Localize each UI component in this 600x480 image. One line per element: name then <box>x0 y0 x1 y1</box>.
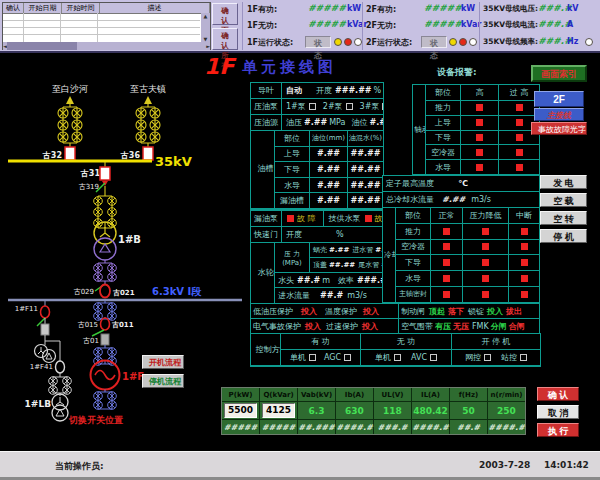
n-value: 250 <box>488 402 525 419</box>
bearing-vhigh-indicator <box>499 160 539 174</box>
breaker-1f41[interactable] <box>56 361 65 373</box>
cooling-low-indicator <box>463 240 508 255</box>
net-control-checkbox[interactable] <box>484 354 491 361</box>
scroll-right-icon[interactable]: ► <box>206 43 210 49</box>
q-single-checkbox[interactable] <box>394 354 401 361</box>
confirm-all-button[interactable]: 确认所有 <box>212 28 238 50</box>
switch-position-note: 切换开关位置 <box>68 415 123 425</box>
breaker-32[interactable] <box>65 147 75 160</box>
table-col-line <box>97 13 98 42</box>
breaker-31[interactable] <box>100 167 110 180</box>
unit1-reactive-power-label: 1F无功: <box>247 20 277 31</box>
col-oil-water: 油混水(%) <box>348 131 383 146</box>
bearing-temp-table: 轴承温度 部位 高 过 高 推力 上导 下导 空冷器 水导 <box>412 84 540 176</box>
unit2-lamp-yellow <box>449 38 457 46</box>
unit1-status-button[interactable]: 状 态 <box>305 36 331 48</box>
protection-row-2: 电气事故保护 投入 过速保护 投入 <box>250 318 399 334</box>
inflow-label: 进水流量 <box>278 290 310 301</box>
opening-unit: % <box>374 86 382 95</box>
cooling-normal-indicator <box>431 224 462 239</box>
head-cover-value: ##.## <box>329 261 355 269</box>
table-col-line <box>60 13 61 42</box>
p-setpoint-input[interactable]: 5500 <box>224 403 257 418</box>
feeder2-label: 至古夫镇 <box>130 84 166 94</box>
scroll-up-icon[interactable]: ▲ <box>204 13 208 19</box>
unit1-active-power-value: ##### <box>308 3 346 13</box>
horizontal-scrollbar[interactable]: ◄► <box>3 42 210 50</box>
generator-branch: 古015 古011 古01 1#F <box>78 301 145 409</box>
state-stop-button[interactable]: 停 机 <box>540 229 587 243</box>
f-value: 50 <box>450 402 487 419</box>
brake-up-state: 顶起 <box>429 306 445 317</box>
unit2-status-button[interactable]: 状 态 <box>421 36 447 48</box>
bearing-row-name: 空冷器 <box>426 145 460 159</box>
cooling-row-name: 主轴密封 <box>396 287 430 302</box>
bus35-current-unit: A <box>567 20 573 29</box>
confirm-page-button[interactable]: 确认页 <box>212 3 238 25</box>
unit-2f-button[interactable]: 2F <box>534 91 584 107</box>
pump3-label: 3#泵 <box>360 101 380 112</box>
head-value: ##.# <box>297 276 320 285</box>
q-setpoint-input[interactable]: 4125 <box>262 403 295 418</box>
bearing-row-name: 上导 <box>426 116 460 130</box>
shutdown-flow-button[interactable]: 停机流程 <box>142 374 184 388</box>
avc-checkbox[interactable] <box>430 354 437 361</box>
tank-row-level: #.## <box>310 178 347 193</box>
fast-gate-label: 快速门 <box>251 227 282 242</box>
brake-row: 制动闸 顶起 落下 锁锭 投入 拔出 <box>398 303 540 319</box>
alarm-event-table[interactable]: 确认 开始日期 开始时间 描述 ▲▼ ◄► <box>2 2 211 50</box>
startup-flow-button[interactable]: 开机流程 <box>142 355 184 369</box>
execute-button[interactable]: 执 行 <box>537 423 579 437</box>
state-noload-button[interactable]: 空 载 <box>540 193 587 207</box>
unit1-active-power-label: 1F有功: <box>247 4 277 15</box>
screen-index-button[interactable]: 画面索引 <box>531 65 587 82</box>
pressure-label: 压 力 <box>284 249 300 259</box>
bus35-lamp-white <box>585 38 593 46</box>
cooling-cut-indicator <box>509 271 539 286</box>
oil-pump-label: 压油泵 <box>251 99 282 114</box>
bearing-high-indicator <box>461 101 498 115</box>
divider <box>242 2 243 50</box>
bearing-temp-vlabel: 轴承温度 <box>414 121 424 138</box>
col-header: P(kW) <box>222 388 259 401</box>
main-wiring-button[interactable]: 主接线 <box>534 108 584 121</box>
cancel-button[interactable]: 取 消 <box>537 405 579 419</box>
station-control-checkbox[interactable] <box>520 354 527 361</box>
stator-temp-label: 定子最高温度 <box>386 178 434 189</box>
cooling-low-indicator <box>463 255 508 270</box>
switch-01[interactable] <box>101 334 109 345</box>
breaker-1f11[interactable] <box>41 306 50 318</box>
bus35-current-label: 35KV母线电流: <box>483 20 538 30</box>
tank-row-water: ##.## <box>348 147 383 162</box>
pump2-checkbox[interactable] <box>346 103 353 110</box>
state-generate-button[interactable]: 发 电 <box>540 175 587 189</box>
bearing-high-indicator <box>461 116 498 130</box>
confirm-button[interactable]: 确 认 <box>537 387 579 401</box>
ul-value: 118 <box>374 402 411 419</box>
col-start-date: 开始日期 <box>24 3 62 13</box>
leak-pump-fault-indicator <box>287 215 294 222</box>
p-single-checkbox[interactable] <box>309 354 316 361</box>
breaker-36[interactable] <box>143 147 153 160</box>
cooling-row-name: 空冷器 <box>396 240 430 255</box>
ib-value: 630 <box>336 402 373 419</box>
switch-319-label: 古319 <box>79 183 99 191</box>
page-title: 单元接线图 <box>242 58 337 77</box>
inflow-value: ##.# <box>320 291 343 300</box>
vertical-scrollbar[interactable]: ▲▼ <box>201 13 210 42</box>
inflow-unit: m3/s <box>347 291 367 300</box>
alarm-table-header: 确认 开始日期 开始时间 描述 <box>3 3 210 14</box>
scroll-thumb[interactable] <box>7 42 77 50</box>
fault-annunciator-button[interactable]: 事故故障光字 <box>531 122 587 135</box>
stator-temp-row: 定子最高温度 ℃ <box>382 175 540 192</box>
tank-row-water: ##.## <box>348 162 383 177</box>
breaker-011[interactable] <box>101 318 110 330</box>
pump2-label: 2#泵 <box>323 101 343 112</box>
transformer-lv-winding[interactable] <box>94 238 116 260</box>
state-idle-button[interactable]: 空 转 <box>540 211 587 225</box>
agc-checkbox[interactable] <box>344 354 351 361</box>
pump1-checkbox[interactable] <box>309 103 316 110</box>
pump3-checkbox[interactable] <box>382 103 384 110</box>
breaker-021[interactable] <box>100 285 110 298</box>
turbine-vlabel: 水轮机 <box>258 264 268 282</box>
